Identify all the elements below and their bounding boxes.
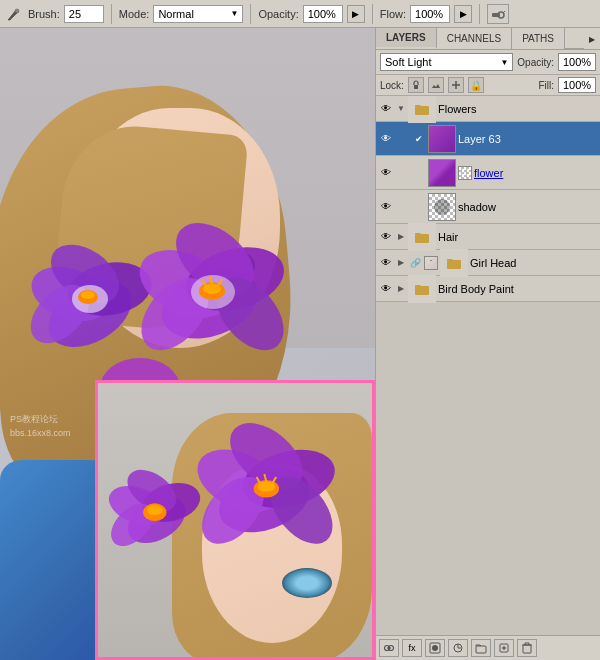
layer-thumbnail-layer63 <box>428 125 456 153</box>
layer-expand-bird-body-paint[interactable]: ▶ <box>396 281 406 297</box>
layer-mask-flower <box>458 166 472 180</box>
layer-name-girl-head: Girl Head <box>470 257 598 269</box>
layer-thumbnail-flowers <box>408 96 436 123</box>
new-layer-btn[interactable] <box>494 639 514 657</box>
layer-expand-hair[interactable]: ▶ <box>396 229 406 245</box>
panel-tabs: LAYERS CHANNELS PATHS ▶ <box>376 28 600 50</box>
tab-spacer <box>565 28 584 49</box>
svg-rect-44 <box>415 234 429 243</box>
layer-item-flower[interactable]: 👁 flower <box>376 156 600 190</box>
toolbar: Brush: 25 Mode: Normal ▼ Opacity: 100% ▶… <box>0 0 600 28</box>
layer-name-layer63: Layer 63 <box>458 133 598 145</box>
layer-thumbnail-flower <box>428 159 456 187</box>
illustration: PS教程论坛 bbs.16xx8.com #a83fbb ➜ <box>0 28 375 660</box>
eye-icon-bird-body-paint[interactable]: 👁 <box>378 281 394 297</box>
chain-icon-shadow <box>412 199 426 215</box>
new-group-btn[interactable] <box>471 639 491 657</box>
layer-item-girl-head[interactable]: 👁 ▶ 🔗 ` Girl Head <box>376 250 600 276</box>
panel-bottom: fx <box>376 635 600 660</box>
svg-line-3 <box>503 11 505 13</box>
layer-item-shadow[interactable]: 👁 shadow <box>376 190 600 224</box>
airbrush-btn[interactable] <box>487 4 509 24</box>
layer-expand-flowers[interactable]: ▼ <box>396 101 406 117</box>
separator-1 <box>111 4 112 24</box>
separator-4 <box>479 4 480 24</box>
eye-icon-hair[interactable]: 👁 <box>378 229 394 245</box>
chain-icon-girl-head: 🔗 <box>408 255 422 271</box>
lock-transparent-btn[interactable] <box>408 77 424 93</box>
blend-mode-dropdown[interactable]: Soft Light ▼ <box>380 53 513 71</box>
eye-icon-shadow[interactable]: 👁 <box>378 199 394 215</box>
eye-icon-girl-head[interactable]: 👁 <box>378 255 394 271</box>
eye-icon-layer63[interactable]: 👁 <box>378 131 394 147</box>
brush-size-field[interactable]: 25 <box>64 5 104 23</box>
layer-name-shadow: shadow <box>458 201 598 213</box>
svg-rect-46 <box>415 286 429 295</box>
fill-value-field[interactable]: 100% <box>558 77 596 93</box>
tab-channels[interactable]: CHANNELS <box>437 28 512 49</box>
lock-image-btn[interactable] <box>428 77 444 93</box>
svg-rect-43 <box>415 106 429 115</box>
svg-point-0 <box>15 9 19 13</box>
separator-2 <box>250 4 251 24</box>
add-mask-btn[interactable] <box>425 639 445 657</box>
opacity-value-field[interactable]: 100% <box>558 53 596 71</box>
preview-inset <box>95 380 375 660</box>
fill-label: Fill: <box>538 80 554 91</box>
mode-label: Mode: <box>119 8 150 20</box>
delete-layer-btn[interactable] <box>517 639 537 657</box>
layer-thumbnail-bird-body-paint <box>408 275 436 303</box>
panel-collapse-btn[interactable]: ▶ <box>584 28 600 50</box>
svg-rect-45 <box>447 260 461 269</box>
lock-all-btn[interactable]: 🔒 <box>468 77 484 93</box>
mode-dropdown[interactable]: Normal ▼ <box>153 5 243 23</box>
layer-thumbnail-girl-head <box>440 249 468 277</box>
opacity-label: Opacity: <box>517 57 554 68</box>
eye-icon-flower[interactable]: 👁 <box>378 165 394 181</box>
svg-rect-42 <box>414 85 418 89</box>
link-layers-btn[interactable] <box>379 639 399 657</box>
layers-list: 👁 ▼ Flowers 👁 ✔ Layer 63 <box>376 96 600 635</box>
svg-rect-53 <box>476 646 486 653</box>
lock-position-btn[interactable] <box>448 77 464 93</box>
preview-content <box>98 383 372 657</box>
watermark: PS教程论坛 bbs.16xx8.com <box>10 412 71 440</box>
main-area: PS教程论坛 bbs.16xx8.com #a83fbb ➜ <box>0 28 600 660</box>
layer-item-hair[interactable]: 👁 ▶ Hair <box>376 224 600 250</box>
opacity-increase-btn[interactable]: ▶ <box>347 5 365 23</box>
lock-row: Lock: 🔒 Fill: 100% <box>376 75 600 96</box>
lock-label: Lock: <box>380 80 404 91</box>
tab-layers[interactable]: LAYERS <box>376 28 437 49</box>
layer-name-hair: Hair <box>438 231 598 243</box>
blend-mode-row: Soft Light ▼ Opacity: 100% <box>376 50 600 75</box>
add-style-btn[interactable]: fx <box>402 639 422 657</box>
layers-panel: LAYERS CHANNELS PATHS ▶ Soft Light ▼ Opa… <box>375 28 600 660</box>
canvas-area[interactable]: PS教程论坛 bbs.16xx8.com #a83fbb ➜ <box>0 28 375 660</box>
opacity-field[interactable]: 100% <box>303 5 343 23</box>
tab-paths[interactable]: PATHS <box>512 28 565 49</box>
layer-name-flower[interactable]: flower <box>474 167 598 179</box>
flow-field[interactable]: 100% <box>410 5 450 23</box>
layer-name-bird-body-paint: Bird Body Paint <box>438 283 598 295</box>
layer-item-layer63[interactable]: 👁 ✔ Layer 63 <box>376 122 600 156</box>
layer-thumbnail-hair <box>408 223 436 251</box>
chain-icon-layer63: ✔ <box>412 131 426 147</box>
layer-item-bird-body-paint[interactable]: 👁 ▶ Bird Body Paint <box>376 276 600 302</box>
flow-label: Flow: <box>380 8 406 20</box>
eye-icon-flowers[interactable]: 👁 <box>378 101 394 117</box>
new-adjustment-btn[interactable] <box>448 639 468 657</box>
brush-tool-icon[interactable] <box>4 4 24 24</box>
layer-expand-girl-head[interactable]: ▶ <box>396 255 406 271</box>
layer-extra-girl-head: ` <box>424 256 438 270</box>
svg-point-51 <box>432 645 438 651</box>
svg-rect-57 <box>523 645 531 653</box>
svg-point-30 <box>147 505 163 515</box>
separator-3 <box>372 4 373 24</box>
opacity-label: Opacity: <box>258 8 298 20</box>
brush-label: Brush: <box>28 8 60 20</box>
layer-thumbnail-shadow <box>428 193 456 221</box>
flow-increase-btn[interactable]: ▶ <box>454 5 472 23</box>
chain-icon-flower <box>412 165 426 181</box>
preview-flowers-svg <box>98 383 372 657</box>
layer-item-flowers-group[interactable]: 👁 ▼ Flowers <box>376 96 600 122</box>
